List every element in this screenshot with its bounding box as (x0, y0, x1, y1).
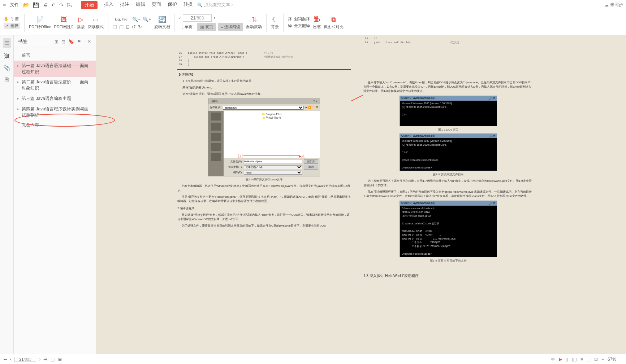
fit-page-icon[interactable]: ▢ (119, 24, 124, 30)
background[interactable]: ☾背景 (271, 16, 279, 30)
compress[interactable]: 🗜压缩 (313, 16, 321, 30)
save-icon[interactable]: 💾 (33, 2, 39, 8)
bookmark-item-5[interactable]: 光盘内容 (14, 120, 96, 131)
figure-1-9-caption: 图1-9 查看当前目录下的文件 (363, 259, 533, 263)
bookmark-item-0[interactable]: 前言 (14, 50, 96, 61)
rotate-right-icon[interactable]: ↻ (138, 24, 142, 30)
code-desc-heading: 【代码说明】 (177, 73, 351, 77)
prev-page-icon[interactable]: ‹ (179, 15, 181, 21)
record-icon[interactable]: ▶ (559, 357, 562, 362)
close-sidebar-icon[interactable]: ✕ (87, 39, 91, 44)
tab-edit[interactable]: 编辑 (136, 1, 145, 9)
translate-sel-icon: 译 (288, 17, 292, 22)
figure-1-7-caption: 图1-7 DOS窗口 (363, 128, 533, 132)
tab-page[interactable]: 页面 (152, 1, 161, 9)
zoom-out-icon[interactable]: 🔍− (132, 17, 141, 22)
figure-1-8-caption: 图1-8 切换到源文件目录 (363, 172, 533, 177)
single-page[interactable]: ▯ 单页 (179, 23, 195, 31)
print-icon[interactable]: 🖨 (43, 2, 48, 8)
compress-icon: 🗜 (314, 16, 320, 23)
open-icon[interactable]: 📂 (23, 2, 29, 8)
layout-double-icon[interactable]: ▯▯ (572, 357, 577, 362)
rotate-doc[interactable]: 🔄旋转文档 (154, 16, 170, 30)
image-icon: 🖼 (61, 16, 67, 23)
export-icon[interactable]: ⎘▾ (67, 2, 73, 8)
double-page[interactable]: ▯▯ 双页 (197, 23, 216, 31)
save-as-dialog: 另存为? ✕ 保存在 (I): application ⬅ 🔼 📁 ☰ (208, 98, 320, 176)
redo-icon[interactable]: ↷ (59, 2, 64, 8)
attachments-panel-icon[interactable]: 📎 (3, 65, 10, 71)
rotate-left-icon[interactable]: ↺ (132, 24, 136, 30)
view-mode-1-icon[interactable]: 👁 (551, 357, 555, 362)
hand-tool[interactable]: ✋手型 (4, 16, 20, 22)
translate-selection[interactable]: 译划词翻译 (288, 17, 310, 22)
moon-icon: ☾ (272, 16, 278, 23)
cursor-icon: ➚ (5, 23, 8, 28)
rotate-icon: 🔄 (158, 16, 166, 23)
cloud-icon[interactable]: ☁ (604, 3, 609, 8)
tab-protect[interactable]: 保护 (168, 1, 177, 9)
bookmark-add-icon[interactable]: 🔖 (68, 39, 74, 44)
file-menu[interactable]: 文件 (10, 2, 19, 8)
thumbnails-panel-icon[interactable]: 🖼 (4, 53, 10, 60)
sync-status: 未同步 (610, 2, 623, 8)
translate-full[interactable]: 译全文翻译 (288, 23, 310, 28)
page-input-bottom[interactable]: 21/803 (14, 357, 36, 362)
pdf-to-office[interactable]: 📄PDF转Office (29, 16, 51, 30)
collapse-all-icon[interactable]: ⊟ (61, 39, 65, 44)
pdf-to-image[interactable]: 🖼PDF转图片 (54, 16, 74, 30)
actual-size-icon[interactable]: ⊡ (126, 24, 130, 30)
figure-1-6-caption: 图1-6 保存源文件为.java文件 (177, 177, 351, 182)
screenshot-icon: ⧉ (331, 16, 336, 23)
play-icon: ▷ (78, 16, 83, 23)
undo-icon[interactable]: ↶ (51, 2, 56, 8)
scroll-icon: ⇅ (251, 16, 257, 23)
section-1-3-heading: 1.3 深入探讨"HelloWorld"应用程序 (363, 273, 533, 279)
tab-comment[interactable]: 批注 (120, 1, 129, 9)
bookmark-item-2[interactable]: ▸第二篇 Java语言语法进阶——面向对象知识 (14, 77, 96, 93)
tab-start[interactable]: 开始 (81, 1, 98, 9)
sidebar-title: 书签 (18, 38, 27, 45)
fit-width-icon[interactable]: ⬚ (113, 24, 117, 30)
hand-icon: ✋ (4, 17, 9, 21)
zoom-in-bottom-icon[interactable]: + (620, 357, 622, 362)
tab-convert[interactable]: 转换 (184, 1, 193, 9)
layout-single-icon[interactable]: ▯ (566, 357, 568, 362)
zoom-out-bottom-icon[interactable]: − (601, 357, 604, 362)
office-icon: 📄 (36, 16, 44, 23)
translate-full-icon: 译 (288, 23, 292, 28)
continuous-read[interactable]: ≡ 连续阅读 (218, 23, 243, 31)
next-page-icon[interactable]: › (214, 15, 215, 21)
zoom-level[interactable]: 66.7% (113, 16, 130, 23)
expand-all-icon[interactable]: ⊞ (55, 39, 59, 44)
fit-2-icon[interactable]: ⊡ (594, 357, 598, 362)
search-box[interactable]: 🔍 点此查找文本 › (197, 2, 233, 8)
book-icon: ▭ (92, 16, 99, 23)
last-page-icon[interactable]: ⇥ (43, 357, 47, 362)
cmd-window-1: C:\WINNT\system32\cmd.exe_ □ ✕ Microsoft… (400, 96, 497, 126)
bookmark-item-1[interactable]: ▸第一篇 Java语言语法基础——面向过程知识 (14, 61, 96, 77)
bookmark-item-4[interactable]: ▸第四篇 Java语言程序设计实例与面试题剖析 (14, 104, 96, 120)
first-page-icon[interactable]: ⇤ (4, 357, 7, 362)
tab-insert[interactable]: 插入 (104, 1, 113, 9)
bookmark-flag-icon[interactable]: ⚑ (77, 39, 81, 44)
select-tool[interactable]: ➚选择 (4, 23, 20, 29)
bookmark-item-3[interactable]: ▸第三篇 Java语言编程主题 (14, 93, 96, 104)
page-number-input[interactable]: 21/803 (183, 14, 212, 22)
fit-1-icon[interactable]: ⬚ (587, 357, 591, 362)
play[interactable]: ▷播放 (77, 16, 85, 30)
read-mode[interactable]: ▭阅读模式 (88, 16, 104, 30)
screenshot-compare[interactable]: ⧉截图和对比 (324, 16, 344, 30)
next-page-icon-bottom[interactable]: › (39, 357, 40, 362)
zoom-in-icon[interactable]: 🔍+ (143, 17, 151, 22)
auto-scroll[interactable]: ⇅自动滚动 (246, 16, 262, 30)
prev-page-icon-bottom[interactable]: ‹ (10, 357, 12, 362)
bookmarks-panel-icon[interactable]: ☰ (3, 38, 11, 48)
search-icon: 🔍 (197, 3, 203, 8)
page-thumb-icon[interactable]: ⊞ (58, 357, 62, 362)
zoom-level-bottom[interactable]: 67% (608, 357, 616, 362)
layout-continuous-icon[interactable]: ≡ (580, 357, 583, 362)
export-panel-icon[interactable]: ⎘ (5, 76, 9, 83)
menu-icon[interactable]: ≡ (3, 2, 6, 8)
page-layout-icon[interactable]: ▢ (51, 357, 55, 362)
